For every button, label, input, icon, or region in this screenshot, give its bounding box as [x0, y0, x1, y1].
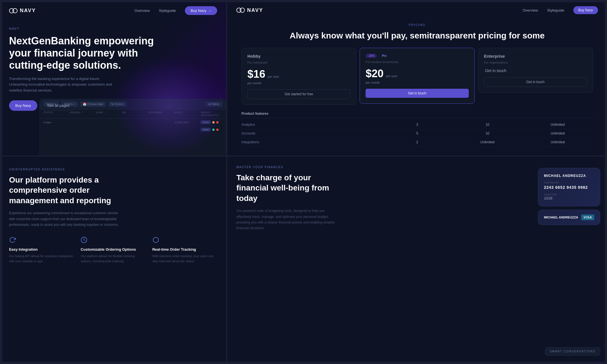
- feature-row-integrations: Integrations 2 Unlimited Unlimited: [241, 138, 593, 147]
- refresh-icon: [9, 237, 17, 244]
- feature-integration-desc: Our baking API allows for seamless integ…: [9, 254, 74, 264]
- table-row-2: Send: [40, 126, 226, 133]
- card-widget: MICHAEL ANDREUZZA Card Number 2243 6652 …: [538, 168, 600, 225]
- card-holder-name: MICHAEL ANDREUZZA: [544, 174, 594, 178]
- plan-pro-cta[interactable]: Get in touch: [366, 89, 468, 98]
- feature-ordering-desc: Our platform allows for flexible orderin…: [81, 254, 145, 264]
- feature-analytics-name: Analytics: [241, 123, 382, 127]
- plan-enterprise-cta[interactable]: Get in touch: [484, 77, 587, 87]
- feature-ordering: Customizable Ordering Options Our platfo…: [81, 237, 145, 264]
- logo-icon: [9, 8, 18, 13]
- pricing-tag: PRICING: [241, 23, 593, 27]
- top-right-panel: NAVY Overview Styleguide Buy Navy PRICIN…: [227, 0, 607, 155]
- nav-bar-right: NAVY Overview Styleguide Buy Navy: [227, 0, 607, 20]
- logo-ring-right-2: [240, 8, 245, 13]
- features-table: Product features Analytics 3 10 Unlimite…: [241, 109, 593, 147]
- status-dot-yellow: [212, 121, 215, 123]
- plan-enterprise: Enterprise For organizations Get in touc…: [478, 48, 593, 93]
- col-weight: Weight neto/brutto: [201, 111, 223, 117]
- feature-analytics-hobby: 3: [382, 123, 452, 127]
- plan-hobby-name: Hobby: [247, 54, 261, 58]
- feature-tracking: Real-time Order Tracking With real-time …: [152, 237, 217, 264]
- plan-enterprise-name: Enterprise: [484, 54, 505, 58]
- bottom-left-panel: UNINTERRUPTED ASSISTANCE Our platform pr…: [0, 157, 226, 364]
- feature-accounts-pro: 10: [452, 131, 523, 135]
- status-dot-red: [216, 121, 219, 123]
- feature-accounts-enterprise: Unlimited: [522, 131, 593, 135]
- hero-tag: NAVY: [9, 27, 217, 30]
- col-date: Date ↑: [174, 111, 196, 117]
- feature-integrations-pro: Unlimited: [452, 140, 523, 144]
- logo-right: NAVY: [236, 7, 263, 13]
- nav-overview-right[interactable]: Overview: [523, 8, 538, 12]
- feature-tracking-desc: With real-time order tracking, your user…: [152, 254, 217, 264]
- clock-icon: [81, 237, 88, 244]
- nav-overview[interactable]: Overview: [134, 8, 150, 13]
- col-orders: Orders ↑: [70, 111, 91, 117]
- visa-badge: VISA: [581, 214, 594, 220]
- card2-holder: MICHAEL ANDREUZZA: [544, 216, 578, 219]
- pricing-plans: Hobby For individuals $16 per userper mo…: [241, 48, 593, 105]
- card-expiry: 10/28: [544, 196, 594, 200]
- col-done: Done ↑: [96, 111, 118, 117]
- credit-card-secondary: MICHAEL ANDREUZZA VISA: [538, 210, 600, 225]
- hero-buy-button[interactable]: Buy Navy: [9, 100, 37, 111]
- card-number: 2243 6652 9435 9982: [544, 185, 594, 190]
- dashboard-table: Status Orders ↑ Done ↑ Nr Document Date …: [40, 109, 226, 133]
- send-btn-2[interactable]: Send: [201, 128, 211, 131]
- plan-pro-name: Pro: [380, 54, 389, 58]
- plan-pro-header: -20% Pro: [366, 54, 468, 58]
- cell-2-7: Send: [201, 128, 223, 131]
- nav-buy-button-right[interactable]: Buy Navy: [573, 6, 598, 14]
- bottom-right-panel: MASTER YOUR FINANCES Take charge of your…: [227, 157, 607, 364]
- logo-text-right: NAVY: [247, 7, 263, 13]
- plan-hobby-desc: For individuals: [247, 61, 350, 64]
- plan-hobby-price: $16 per userper month: [247, 68, 350, 85]
- pricing-title: Always know what you'll pay, semitranspa…: [241, 30, 593, 41]
- nav-styleguide[interactable]: Styleguide: [159, 8, 176, 13]
- feature-integrations-name: Integrations: [241, 140, 382, 144]
- feature-accounts-name: Accounts: [241, 131, 382, 135]
- logo-icon-right: [236, 8, 245, 13]
- feature-integration-title: Easy Integration: [9, 247, 74, 252]
- feature-tracking-title: Real-time Order Tracking: [152, 247, 217, 252]
- feature-ordering-title: Customizable Ordering Options: [81, 247, 145, 252]
- bottom-left-tag: UNINTERRUPTED ASSISTANCE: [9, 168, 217, 171]
- cell-6: 21 Mar 2021: [174, 121, 196, 124]
- box-icon: [152, 237, 160, 244]
- feature-integrations-enterprise: Unlimited: [522, 140, 593, 144]
- feature-grid: Easy Integration Our baking API allows f…: [9, 237, 217, 264]
- nav-buy-button[interactable]: Buy Navy: [185, 6, 217, 15]
- smart-conversations-badge: SMART CONVERSATIONS: [545, 347, 600, 356]
- top-left-panel: NAVY Overview Styleguide Buy Navy NAVY N…: [0, 0, 226, 155]
- plan-pro: -20% Pro For medium businesses $20 per u…: [360, 48, 474, 104]
- status-dot-green: [212, 129, 215, 131]
- status-dot-red-2: [216, 129, 219, 131]
- cell-1: Images: [43, 121, 65, 124]
- cell-7: Send: [201, 120, 223, 124]
- feature-accounts-hobby: 5: [382, 131, 452, 135]
- nav-links: Overview Styleguide Buy Navy: [134, 6, 217, 15]
- send-btn[interactable]: Send: [201, 120, 211, 124]
- finance-title: Take charge of your financial well-being…: [236, 173, 344, 203]
- plan-pro-amount: $20: [366, 68, 383, 79]
- col-nr: Nr: [122, 111, 144, 117]
- nav-styleguide-right[interactable]: Styleguide: [547, 8, 564, 12]
- logo-text: NAVY: [20, 8, 36, 14]
- hero-section: NAVY NextGenBanking empowering your fina…: [0, 21, 226, 111]
- col-document: Document: [148, 111, 170, 117]
- feature-analytics-enterprise: Unlimited: [522, 123, 593, 127]
- plan-enterprise-header: Enterprise: [484, 54, 587, 58]
- feature-integration: Easy Integration Our baking API allows f…: [9, 237, 74, 264]
- plan-enterprise-price: Get in touch: [484, 68, 587, 73]
- plan-hobby-header: Hobby: [247, 54, 350, 58]
- plan-pro-badge: -20%: [366, 54, 377, 58]
- plan-hobby: Hobby For individuals $16 per userper mo…: [241, 48, 356, 105]
- hero-see-all-button[interactable]: See all pages: [41, 100, 76, 111]
- hero-subtitle: Transforming the banking experience for …: [9, 76, 116, 94]
- hero-title: NextGenBanking empowering your financial…: [9, 35, 156, 72]
- plan-hobby-cta[interactable]: Get started for free: [247, 89, 350, 99]
- hero-buttons: Buy Navy See all pages: [9, 100, 217, 111]
- plan-pro-desc: For medium businesses: [366, 60, 468, 64]
- plan-enterprise-desc: For organizations: [484, 61, 587, 64]
